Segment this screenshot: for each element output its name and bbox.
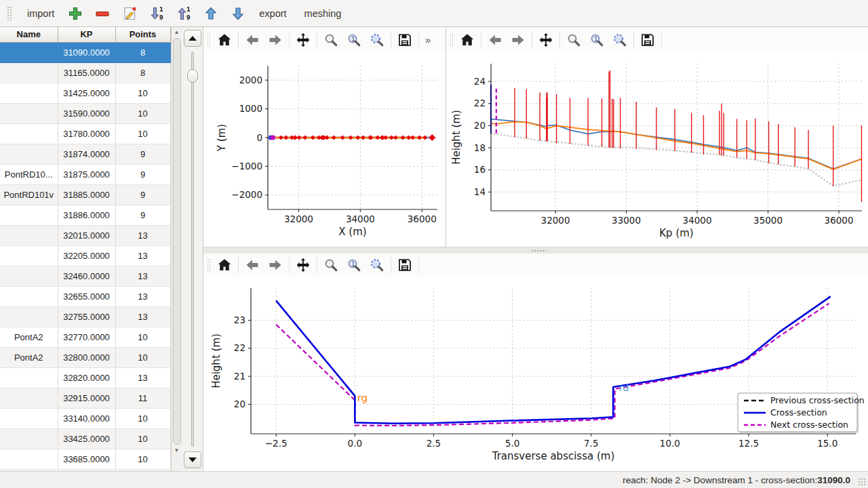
cell-kp[interactable]: 32460.0000 [58,266,115,286]
cell-name[interactable] [0,62,58,83]
table-row[interactable]: PontRD10...31875.00009 [0,164,170,184]
splitter-handle-icon[interactable] [531,249,546,252]
zoom-one-icon[interactable]: 1 [342,30,366,50]
cell-name[interactable]: PontRD10... [0,164,58,184]
cell-kp[interactable]: 32755.0000 [58,306,115,327]
section-slider-track[interactable] [191,52,194,447]
cell-points[interactable]: 13 [115,225,170,245]
cell-name[interactable] [0,103,58,123]
toolbar-grip[interactable] [207,258,210,272]
column-header-kp[interactable]: KP [58,27,115,42]
cell-kp[interactable]: 31886.0000 [58,205,115,225]
cell-points[interactable]: 10 [115,449,170,469]
column-header-name[interactable]: Name [0,27,58,42]
cell-points[interactable]: 13 [115,266,170,286]
table-row[interactable]: 32655.000013 [0,286,170,306]
cross-section-chart[interactable]: −2.50.02.55.07.510.012.515.020212223Tran… [203,277,868,470]
zoom-icon[interactable] [562,30,585,50]
cell-kp[interactable]: 32915.0000 [58,388,115,408]
cell-name[interactable] [0,83,58,103]
previous-section-button[interactable] [184,30,201,47]
back-icon[interactable] [484,30,507,50]
cell-kp[interactable]: 31875.0000 [58,164,115,184]
cell-name[interactable] [0,408,58,428]
cell-points[interactable]: 9 [115,205,170,225]
remove-icon[interactable] [92,3,113,24]
cell-kp[interactable]: 31885.0000 [58,184,115,205]
save-icon[interactable] [636,30,659,50]
resize-grip[interactable] [858,478,866,486]
table-scrollbar[interactable]: ▲ ▼ [171,27,182,471]
zoom-select-icon[interactable] [366,30,389,50]
cell-points[interactable]: 13 [115,306,170,327]
cell-kp[interactable]: 31425.0000 [58,83,115,103]
edit-icon[interactable] [119,3,140,24]
move-down-icon[interactable] [228,3,248,24]
cell-kp[interactable]: 32820.0000 [58,367,115,388]
pan-icon[interactable] [534,30,557,50]
zoom-select-icon[interactable] [608,30,631,50]
save-icon[interactable] [393,255,416,275]
section-slider-handle[interactable] [187,69,198,83]
profile-chart[interactable]: 3200033000340003500036000141618202224Kp … [446,52,867,247]
cell-points[interactable]: 13 [115,245,170,266]
cell-kp[interactable]: 32770.0000 [58,327,115,347]
home-icon[interactable] [213,30,236,50]
table-row[interactable]: 31090.00008 [0,42,170,62]
cell-name[interactable] [0,225,58,245]
pan-icon[interactable] [292,255,315,275]
table-row[interactable]: 32015.000013 [0,225,170,245]
sort-up-icon[interactable]: 19 [174,3,194,24]
cell-kp[interactable]: 31090.0000 [58,42,115,62]
meshing-button[interactable]: meshing [298,4,349,23]
table-row[interactable]: 31590.000010 [0,103,170,123]
cell-name[interactable] [0,367,58,388]
cell-points[interactable]: 10 [115,327,170,347]
cell-points[interactable]: 8 [115,42,170,62]
table-row[interactable]: 31874.00009 [0,144,170,164]
table-row[interactable]: 31780.000010 [0,123,170,144]
toolbar-grip[interactable] [207,33,210,47]
toolbar-grip[interactable] [450,33,453,47]
table-row[interactable]: 32820.000013 [0,367,170,388]
forward-icon[interactable] [507,30,530,50]
cell-kp[interactable]: 32015.0000 [58,225,115,245]
cell-kp[interactable]: 33140.0000 [58,408,115,428]
back-icon[interactable] [241,255,264,275]
cell-kp[interactable]: 33685.0000 [58,449,115,469]
forward-icon[interactable] [264,255,287,275]
cell-points[interactable]: 11 [115,388,170,408]
cell-kp[interactable]: 33425.0000 [58,428,115,449]
cell-points[interactable]: 10 [115,83,170,103]
cell-name[interactable] [0,266,58,286]
table-row[interactable]: 31425.000010 [0,83,170,103]
cell-kp[interactable]: 31165.0000 [58,62,115,83]
cell-points[interactable]: 9 [115,144,170,164]
table-row[interactable]: 32205.000013 [0,245,170,266]
cell-name[interactable] [0,449,58,469]
cell-name[interactable] [0,286,58,306]
table-row[interactable]: PontRD101v31885.00009 [0,184,170,205]
save-icon[interactable] [393,30,416,50]
zoom-select-icon[interactable] [366,255,389,275]
pan-icon[interactable] [292,30,315,50]
sort-down-icon[interactable]: 19 [146,3,167,24]
scroll-down-icon[interactable]: ▼ [172,447,182,453]
table-row[interactable]: 31165.00008 [0,62,170,83]
zoom-icon[interactable] [319,255,342,275]
cell-kp[interactable]: 32655.0000 [58,286,115,306]
cell-kp[interactable]: 32205.0000 [58,245,115,266]
table-row[interactable]: 33425.000010 [0,428,170,449]
next-section-button[interactable] [184,451,201,468]
toolbar-overflow-icon[interactable]: » [421,34,435,45]
cell-name[interactable] [0,388,58,408]
cell-name[interactable]: PontA2 [0,327,58,347]
cell-name[interactable] [0,123,58,144]
zoom-icon[interactable] [319,30,342,50]
horizontal-splitter[interactable] [203,247,868,253]
table-row[interactable]: 31886.00009 [0,205,170,225]
cell-name[interactable]: PontA2 [0,347,58,367]
table-scrollbar-thumb[interactable] [173,38,181,445]
cell-kp[interactable]: 31874.0000 [58,144,115,164]
forward-icon[interactable] [264,30,287,50]
